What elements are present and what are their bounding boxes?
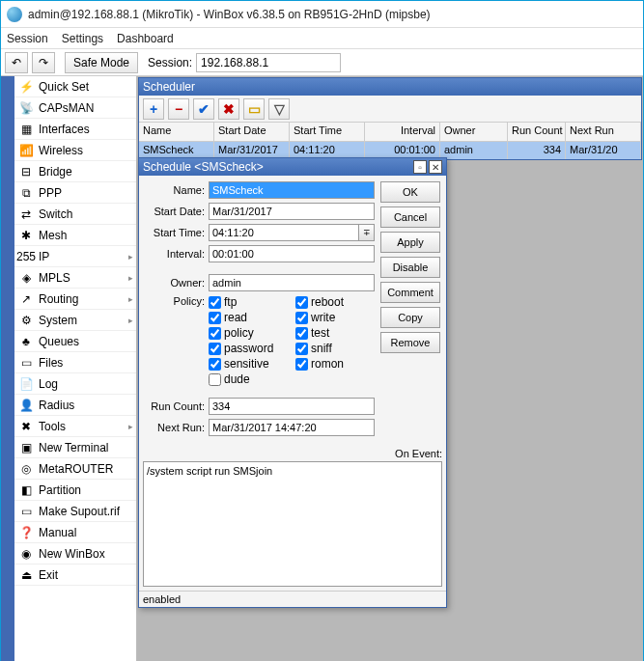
enable-button[interactable]: ✔ (193, 98, 214, 120)
col-name[interactable]: Name (139, 123, 214, 141)
sidebar-item-manual[interactable]: ❓Manual (14, 522, 136, 543)
sidebar-icon: ⚙ (18, 313, 34, 328)
sidebar-item-label: PPP (39, 186, 62, 200)
sidebar-item-mpls[interactable]: ◈MPLS▸ (14, 267, 136, 289)
sidebar-item-quick-set[interactable]: ⚡Quick Set (14, 76, 136, 97)
sidebar-item-mesh[interactable]: ✱Mesh (14, 225, 136, 246)
policy-policy-checkbox[interactable]: policy (209, 326, 288, 340)
dialog-status: enabled (139, 591, 446, 607)
redo-button[interactable]: ↷ (32, 52, 55, 73)
sidebar-item-exit[interactable]: ⏏Exit (14, 565, 136, 586)
sidebar-item-files[interactable]: ▭Files (14, 352, 136, 373)
sidebar-icon: 255 (18, 249, 34, 264)
policy-read-checkbox[interactable]: read (209, 311, 288, 324)
disable-button[interactable]: ✖ (218, 98, 239, 120)
sidebar-item-new-winbox[interactable]: ◉New WinBox (14, 543, 136, 565)
col-next-run[interactable]: Next Run (566, 123, 641, 141)
dialog-close-button[interactable]: ✕ (429, 160, 442, 174)
sidebar-item-switch[interactable]: ⇄Switch (14, 204, 136, 225)
comment-button[interactable]: Comment (380, 282, 440, 303)
col-run-count[interactable]: Run Count (508, 123, 566, 141)
start-time-dropdown-icon[interactable]: ∓ (359, 224, 375, 241)
filter-button[interactable]: ▽ (268, 98, 290, 120)
col-owner[interactable]: Owner (440, 123, 508, 141)
sidebar-item-wireless[interactable]: 📶Wireless (14, 140, 136, 161)
sidebar-item-partition[interactable]: ◧Partition (14, 480, 136, 501)
menu-session[interactable]: Session (7, 32, 48, 45)
sidebar-item-metarouter[interactable]: ◎MetaROUTER (14, 458, 136, 480)
sidebar-item-label: New Terminal (39, 441, 108, 454)
owner-input[interactable]: admin (209, 274, 375, 291)
col-start-date[interactable]: Start Date (214, 123, 290, 141)
start-time-input[interactable]: 04:11:20 (209, 224, 359, 241)
copy-button[interactable]: Copy (380, 307, 440, 328)
policy-dude-checkbox[interactable]: dude (209, 372, 288, 386)
start-date-input[interactable]: Mar/31/2017 (209, 203, 375, 220)
sidebar-item-tools[interactable]: ✖Tools▸ (14, 416, 136, 437)
policy-test-checkbox[interactable]: test (295, 326, 375, 340)
sidebar-icon: ✖ (18, 419, 34, 434)
policy-romon-checkbox[interactable]: romon (295, 357, 375, 371)
policy-reboot-checkbox[interactable]: reboot (295, 295, 375, 309)
window-title: admin@192.168.88.1 (MikroTik) - WinBox v… (28, 8, 431, 21)
sidebar-icon: ♣ (18, 334, 34, 349)
sidebar-item-label: Switch (39, 207, 72, 221)
remove-button[interactable]: − (168, 98, 189, 120)
safe-mode-button[interactable]: Safe Mode (65, 52, 138, 73)
ok-button[interactable]: OK (380, 181, 440, 203)
sidebar-item-make-supout-rif[interactable]: ▭Make Supout.rif (14, 501, 136, 522)
remove-button[interactable]: Remove (380, 332, 440, 353)
sidebar-item-label: Radius (39, 399, 74, 412)
sidebar-item-interfaces[interactable]: ▦Interfaces (14, 119, 136, 140)
sidebar-item-ppp[interactable]: ⧉PPP (14, 182, 136, 204)
chevron-right-icon: ▸ (128, 316, 133, 325)
sidebar: ⚡Quick Set📡CAPsMAN▦Interfaces📶Wireless⊟B… (14, 76, 137, 661)
sidebar-item-label: New WinBox (39, 547, 105, 561)
sidebar-icon: ▭ (18, 504, 34, 519)
chevron-right-icon: ▸ (128, 422, 133, 431)
sidebar-item-label: CAPsMAN (39, 101, 94, 115)
sidebar-icon: ◎ (18, 461, 34, 477)
sidebar-item-routing[interactable]: ↗Routing▸ (14, 289, 136, 310)
sidebar-item-label: MPLS (39, 271, 70, 285)
run-count-value: 334 (209, 398, 375, 415)
sidebar-icon: ⇄ (18, 207, 34, 222)
name-input[interactable]: SMScheck (209, 181, 375, 199)
policy-password-checkbox[interactable]: password (209, 342, 288, 355)
sidebar-item-label: Queues (39, 335, 79, 348)
policy-sniff-checkbox[interactable]: sniff (295, 342, 375, 355)
app-logo-icon (7, 7, 22, 22)
menu-dashboard[interactable]: Dashboard (117, 32, 174, 45)
sidebar-item-queues[interactable]: ♣Queues (14, 331, 136, 352)
sidebar-item-label: Tools (39, 420, 66, 433)
apply-button[interactable]: Apply (380, 232, 440, 253)
sidebar-item-label: IP (39, 250, 49, 263)
disable-button[interactable]: Disable (380, 257, 440, 278)
menu-settings[interactable]: Settings (62, 32, 103, 45)
sidebar-item-ip[interactable]: 255IP▸ (14, 246, 136, 267)
sidebar-icon: ↗ (18, 291, 34, 307)
sidebar-item-log[interactable]: 📄Log (14, 373, 136, 395)
add-button[interactable]: + (143, 98, 164, 120)
cancel-button[interactable]: Cancel (380, 207, 440, 228)
on-event-textarea[interactable]: /system script run SMSjoin (143, 461, 442, 587)
comment-button[interactable]: ▭ (243, 98, 265, 120)
sidebar-icon: ✱ (18, 228, 34, 243)
dialog-collapse-button[interactable]: ▫ (413, 160, 427, 174)
policy-sensitive-checkbox[interactable]: sensitive (209, 357, 288, 371)
sidebar-item-label: Log (39, 377, 58, 391)
sidebar-item-system[interactable]: ⚙System▸ (14, 310, 136, 331)
undo-button[interactable]: ↶ (5, 52, 28, 73)
sidebar-item-label: Partition (39, 483, 81, 497)
col-start-time[interactable]: Start Time (290, 123, 365, 141)
policy-ftp-checkbox[interactable]: ftp (209, 295, 288, 309)
col-interval[interactable]: Interval (365, 123, 440, 141)
sidebar-icon: ◉ (18, 546, 34, 562)
sidebar-item-new-terminal[interactable]: ▣New Terminal (14, 437, 136, 458)
interval-input[interactable]: 00:01:00 (209, 245, 375, 262)
chevron-right-icon: ▸ (128, 273, 133, 283)
sidebar-item-bridge[interactable]: ⊟Bridge (14, 161, 136, 182)
policy-write-checkbox[interactable]: write (295, 311, 375, 324)
sidebar-item-radius[interactable]: 👤Radius (14, 395, 136, 416)
sidebar-item-capsman[interactable]: 📡CAPsMAN (14, 97, 136, 119)
